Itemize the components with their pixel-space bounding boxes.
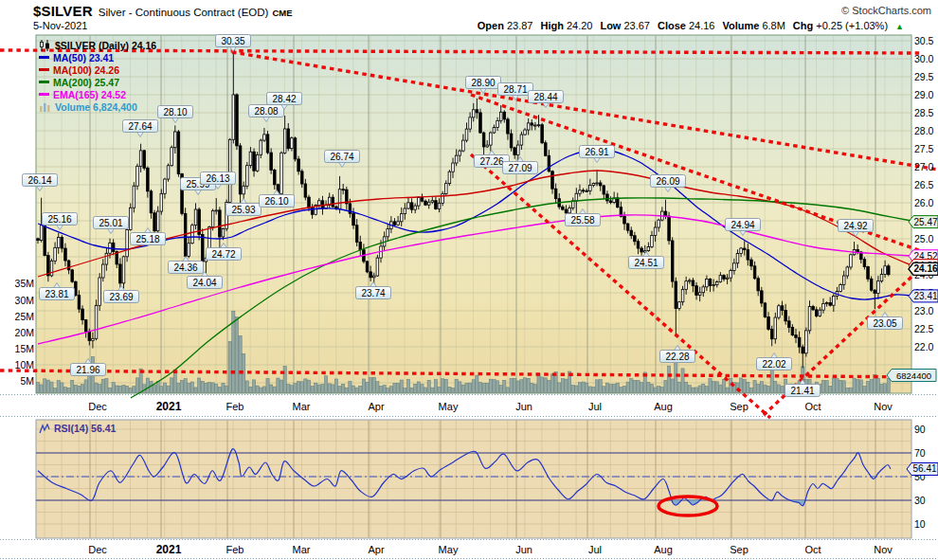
svg-text:Aug: Aug: [654, 401, 673, 412]
high-label: High: [540, 20, 563, 31]
svg-text:23.41: 23.41: [913, 291, 937, 301]
svg-text:25.47: 25.47: [913, 217, 937, 227]
chg-label: Chg: [793, 20, 813, 31]
svg-text:30.0: 30.0: [914, 53, 934, 64]
svg-text:23.74: 23.74: [361, 288, 385, 298]
svg-text:Apr: Apr: [368, 544, 384, 555]
legend-ema165: EMA(165) 24.52: [39, 88, 156, 100]
svg-text:27.64: 27.64: [128, 121, 152, 132]
svg-text:26.13: 26.13: [206, 173, 229, 184]
ma50-line-icon: [39, 56, 49, 59]
svg-text:23.69: 23.69: [109, 292, 133, 302]
svg-text:28.90: 28.90: [471, 78, 495, 88]
svg-text:27.5: 27.5: [914, 143, 934, 154]
svg-text:90: 90: [914, 424, 926, 435]
svg-text:Oct: Oct: [804, 544, 821, 555]
svg-text:30: 30: [914, 495, 926, 506]
svg-text:28.5: 28.5: [914, 107, 934, 118]
quote-summary: Open23.87High24.20Low23.67Close24.16Volu…: [478, 20, 904, 31]
svg-text:28.0: 28.0: [914, 125, 934, 136]
candlestick-icon: [39, 40, 51, 51]
svg-text:28.10: 28.10: [163, 107, 187, 117]
svg-text:28.44: 28.44: [533, 92, 557, 102]
svg-text:Jul: Jul: [588, 544, 602, 555]
svg-text:Mar: Mar: [293, 544, 311, 555]
header-title-row: $SILVERSilver - Continuous Contract (EOD…: [0, 0, 938, 19]
svg-text:2021: 2021: [156, 400, 182, 413]
chg-value: +0.25 (+1.03%): [816, 20, 888, 31]
svg-text:Dec: Dec: [88, 544, 107, 555]
ema165-line-icon: [39, 93, 49, 96]
svg-text:22.0: 22.0: [914, 341, 934, 352]
svg-text:25.0: 25.0: [914, 233, 934, 244]
volume-label: Volume: [722, 20, 759, 31]
svg-text:6824400: 6824400: [896, 370, 931, 381]
svg-text:10M: 10M: [15, 359, 34, 370]
svg-text:Nov: Nov: [874, 401, 893, 412]
svg-text:26.5: 26.5: [914, 179, 934, 190]
legend-ma200: MA(200) 25.47: [39, 76, 156, 88]
volume-bars-icon: [39, 101, 51, 112]
svg-text:22.02: 22.02: [762, 359, 785, 370]
svg-text:27.09: 27.09: [508, 163, 532, 173]
svg-text:25M: 25M: [15, 311, 34, 322]
svg-text:Mar: Mar: [293, 401, 311, 412]
legend-ma100-label: MA(100) 24.26: [53, 64, 119, 76]
svg-text:24.16: 24.16: [913, 263, 937, 274]
low-value: 23.67: [623, 20, 650, 31]
svg-text:25.16: 25.16: [47, 214, 71, 225]
open-value: 23.87: [507, 20, 533, 31]
ma100-line-icon: [39, 68, 49, 71]
open-label: Open: [478, 20, 504, 31]
svg-text:24.92: 24.92: [843, 221, 867, 231]
svg-text:25.58: 25.58: [570, 215, 594, 226]
legend-ma50-label: MA(50) 23.41: [53, 52, 114, 63]
svg-text:26.74: 26.74: [330, 152, 353, 162]
svg-text:Nov: Nov: [874, 544, 893, 555]
svg-text:Sep: Sep: [730, 401, 749, 412]
stockcharts-credit-link[interactable]: © StockCharts.com: [841, 5, 931, 16]
svg-text:23.81: 23.81: [45, 289, 68, 299]
svg-text:Jul: Jul: [588, 401, 602, 412]
legend-ma100: MA(100) 24.26: [39, 63, 156, 76]
svg-text:23.0: 23.0: [914, 305, 934, 316]
svg-text:30.35: 30.35: [221, 36, 244, 46]
svg-text:26.09: 26.09: [656, 176, 679, 187]
svg-text:28.08: 28.08: [254, 106, 278, 117]
rsi-legend: RSI(14) 56.41: [39, 423, 116, 434]
svg-text:Apr: Apr: [368, 401, 384, 412]
svg-text:2021: 2021: [156, 543, 182, 556]
svg-text:Dec: Dec: [88, 401, 107, 412]
legend-symbol-row: $SILVER (Daily) 24.16: [39, 39, 156, 51]
svg-text:Feb: Feb: [226, 544, 244, 555]
legend-symbol-label: $SILVER (Daily) 24.16: [55, 40, 156, 51]
close-label: Close: [658, 20, 686, 31]
svg-text:24.51: 24.51: [634, 258, 658, 268]
svg-text:22.5: 22.5: [914, 323, 934, 334]
svg-text:28.71: 28.71: [503, 84, 527, 95]
volume-value: 6.8M: [762, 20, 785, 31]
svg-text:25.93: 25.93: [231, 205, 255, 215]
svg-text:30M: 30M: [15, 295, 34, 306]
high-value: 24.20: [567, 20, 593, 31]
chart-date: 5-Nov-2021: [33, 20, 87, 31]
svg-text:20M: 20M: [15, 327, 34, 338]
svg-text:Jun: Jun: [515, 544, 532, 555]
svg-text:23.05: 23.05: [873, 318, 896, 329]
svg-text:56.41: 56.41: [912, 463, 936, 474]
svg-text:26.91: 26.91: [585, 147, 608, 157]
svg-text:21.96: 21.96: [76, 365, 99, 375]
change-up-arrow-icon: ▲: [895, 22, 904, 31]
svg-text:26.10: 26.10: [264, 196, 288, 207]
svg-text:28.42: 28.42: [272, 94, 296, 104]
chart-header: $SILVERSilver - Continuous Contract (EOD…: [0, 0, 938, 34]
svg-text:29.0: 29.0: [914, 89, 934, 100]
svg-text:26.14: 26.14: [27, 175, 51, 186]
legend-ma50: MA(50) 23.41: [39, 51, 156, 63]
svg-text:10: 10: [914, 518, 926, 530]
chart-title: Silver - Continuous Contract (EOD): [99, 7, 269, 18]
svg-text:25.01: 25.01: [99, 218, 122, 228]
svg-text:24.94: 24.94: [731, 220, 754, 230]
svg-text:26.0: 26.0: [914, 197, 934, 208]
exchange-label: CME: [272, 8, 292, 18]
